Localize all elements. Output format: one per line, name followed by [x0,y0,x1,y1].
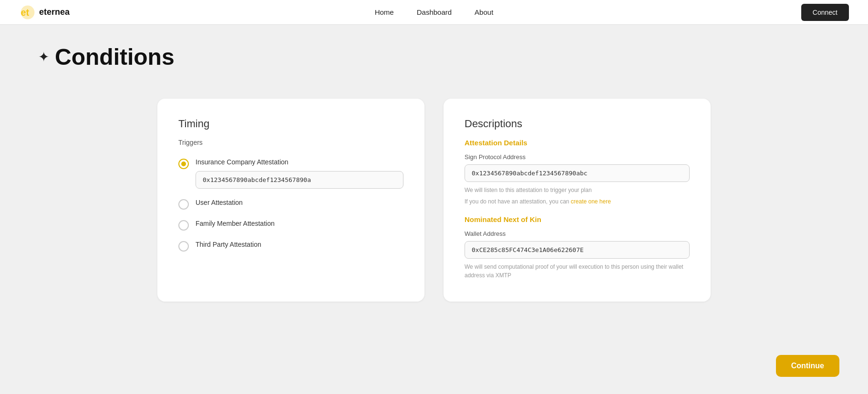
radio-item-insurance[interactable]: Insurance Company Attestation [178,158,403,189]
logo-text: eternea [39,7,70,17]
logo: et eternea [19,4,70,21]
radio-circle-user [178,199,189,210]
continue-btn-wrapper: Continue [776,355,839,377]
radio-circle-insurance [178,159,189,169]
connect-button[interactable]: Connect [801,4,849,21]
radio-label-insurance: Insurance Company Attestation [196,158,403,167]
nav-links: Home Dashboard About [375,8,494,16]
sign-protocol-input[interactable] [465,164,690,182]
wallet-address-input[interactable] [465,241,690,259]
sign-protocol-hint: We will listen to this attestation to tr… [465,186,690,194]
radio-item-third[interactable]: Third Party Attestation [178,240,403,252]
radio-item-family[interactable]: Family Member Attestation [178,219,403,231]
sign-protocol-label: Sign Protocol Address [465,153,690,161]
descriptions-card: Descriptions Attestation Details Sign Pr… [444,99,711,302]
attestation-section-title: Attestation Details [465,139,690,147]
page-title: Conditions [55,44,175,70]
create-hint-prefix: If you do not have an attestation, you c… [465,198,571,205]
triggers-radio-group: Insurance Company Attestation User Attes… [178,158,403,252]
continue-button[interactable]: Continue [776,355,839,377]
nav-about[interactable]: About [475,8,493,16]
wallet-address-label: Wallet Address [465,230,690,237]
page-header: ✦ Conditions [38,44,830,70]
descriptions-card-title: Descriptions [465,118,690,130]
create-attestation-link[interactable]: create one here [571,198,611,205]
logo-icon: et [19,4,36,21]
insurance-address-input[interactable] [196,171,403,189]
radio-content-family: Family Member Attestation [196,219,403,229]
radio-label-third: Third Party Attestation [196,240,403,250]
timing-card: Timing Triggers Insurance Company Attest… [157,99,424,302]
radio-label-family: Family Member Attestation [196,219,403,229]
cards-row: Timing Triggers Insurance Company Attest… [38,99,830,302]
radio-content-user: User Attestation [196,198,403,208]
nominated-section: Nominated Next of Kin Wallet Address We … [465,215,690,280]
radio-circle-family [178,220,189,231]
radio-item-user[interactable]: User Attestation [178,198,403,210]
nominated-section-title: Nominated Next of Kin [465,215,690,223]
create-attestation-hint: If you do not have an attestation, you c… [465,197,690,206]
radio-content-third: Third Party Attestation [196,240,403,250]
nav-dashboard[interactable]: Dashboard [417,8,452,16]
wallet-send-hint: We will send computational proof of your… [465,263,690,280]
page-content: ✦ Conditions Timing Triggers Insurance C… [0,25,868,321]
timing-card-title: Timing [178,118,403,130]
conditions-icon: ✦ [38,49,49,65]
navbar: et eternea Home Dashboard About Connect [0,0,868,25]
nav-home[interactable]: Home [375,8,394,16]
attestation-section: Attestation Details Sign Protocol Addres… [465,139,690,206]
radio-label-user: User Attestation [196,198,403,208]
radio-content-insurance: Insurance Company Attestation [196,158,403,189]
triggers-label: Triggers [178,139,403,146]
radio-circle-third [178,241,189,252]
svg-text:et: et [21,7,30,18]
